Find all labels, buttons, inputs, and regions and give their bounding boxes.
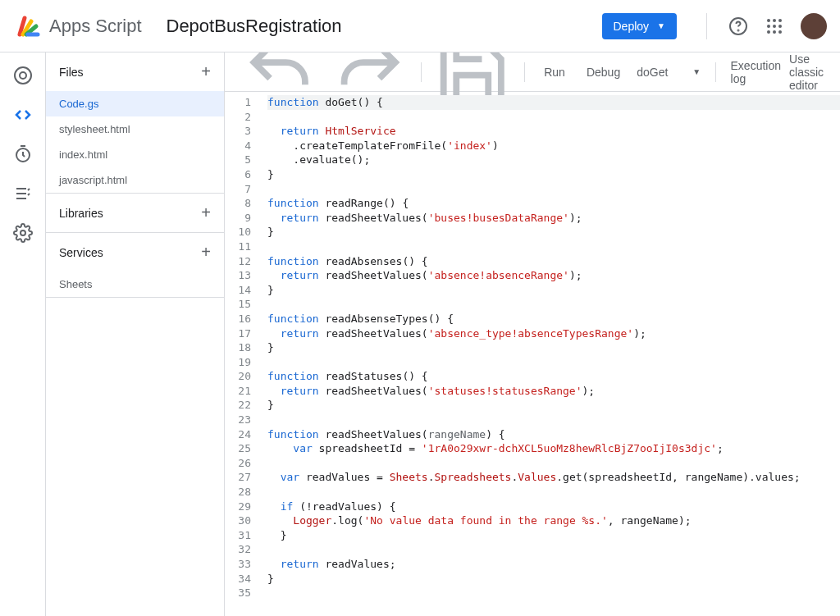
apps-icon[interactable]	[765, 16, 784, 36]
editor-icon[interactable]	[13, 105, 33, 125]
settings-icon[interactable]	[13, 223, 33, 243]
caret-down-icon: ▼	[657, 21, 665, 30]
triggers-icon[interactable]	[13, 144, 33, 164]
deploy-button-label: Deploy	[614, 20, 650, 33]
selected-function: doGet	[637, 66, 668, 79]
run-button[interactable]: Run	[531, 61, 573, 84]
brand-name: Apps Script	[49, 16, 142, 37]
add-library-icon[interactable]: +	[201, 203, 211, 222]
services-section: Services + Sheets	[46, 233, 224, 298]
svg-point-10	[778, 30, 782, 34]
deploy-button[interactable]: Deploy ▼	[602, 13, 678, 39]
debug-button[interactable]: Debug	[573, 61, 628, 84]
executions-icon[interactable]	[13, 184, 33, 203]
user-avatar[interactable]	[801, 13, 827, 39]
caret-down-icon: ▼	[692, 67, 701, 76]
files-label: Files	[59, 66, 84, 79]
services-label: Services	[59, 246, 103, 259]
svg-point-5	[767, 25, 770, 28]
overview-icon[interactable]	[13, 66, 33, 85]
file-item[interactable]: index.html	[46, 142, 224, 167]
svg-point-14	[21, 230, 25, 235]
nav-rail	[0, 52, 46, 616]
execution-log-label: Execution log	[731, 59, 781, 85]
svg-point-11	[15, 67, 31, 84]
code-content[interactable]: function doGet() { return HtmlService .c…	[259, 92, 840, 616]
svg-point-7	[778, 25, 782, 28]
svg-point-6	[773, 25, 776, 28]
run-label: Run	[544, 66, 565, 79]
files-section: Files + Code.gsstylesheet.htmlindex.html…	[46, 52, 224, 194]
libraries-header: Libraries +	[46, 194, 224, 232]
project-name[interactable]: DepotBusRegistration	[167, 16, 602, 37]
add-file-icon[interactable]: +	[201, 62, 211, 81]
editor-area: Run Debug doGet ▼ Execution log Use clas…	[225, 52, 840, 616]
debug-label: Debug	[587, 66, 620, 79]
line-gutter: 1234567891011121314151617181920212223242…	[225, 92, 259, 616]
file-item[interactable]: javascript.html	[46, 167, 224, 193]
app-header: Apps Script DepotBusRegistration Deploy …	[0, 0, 840, 52]
svg-point-3	[773, 19, 776, 22]
apps-script-logo-icon	[13, 11, 43, 41]
svg-point-1	[738, 30, 739, 30]
svg-point-8	[767, 30, 770, 34]
code-editor[interactable]: 1234567891011121314151617181920212223242…	[225, 92, 840, 616]
svg-point-4	[778, 19, 782, 22]
execution-log-button[interactable]: Execution log	[723, 54, 789, 90]
help-icon[interactable]	[728, 16, 748, 36]
service-item[interactable]: Sheets	[46, 271, 224, 297]
file-item[interactable]: stylesheet.html	[46, 116, 224, 142]
files-header: Files +	[46, 52, 224, 91]
file-item[interactable]: Code.gs	[46, 91, 224, 116]
services-header: Services +	[46, 233, 224, 271]
add-service-icon[interactable]: +	[201, 243, 211, 262]
svg-point-2	[767, 19, 770, 22]
use-classic-editor-link[interactable]: Use classic editor	[789, 52, 830, 92]
libraries-section: Libraries +	[46, 194, 224, 233]
divider	[706, 13, 707, 39]
svg-point-12	[20, 72, 26, 79]
svg-point-9	[773, 30, 776, 34]
sidebar: Files + Code.gsstylesheet.htmlindex.html…	[46, 52, 225, 616]
libraries-label: Libraries	[59, 207, 103, 220]
function-selector[interactable]: doGet ▼	[628, 61, 709, 84]
editor-toolbar: Run Debug doGet ▼ Execution log Use clas…	[225, 52, 840, 92]
